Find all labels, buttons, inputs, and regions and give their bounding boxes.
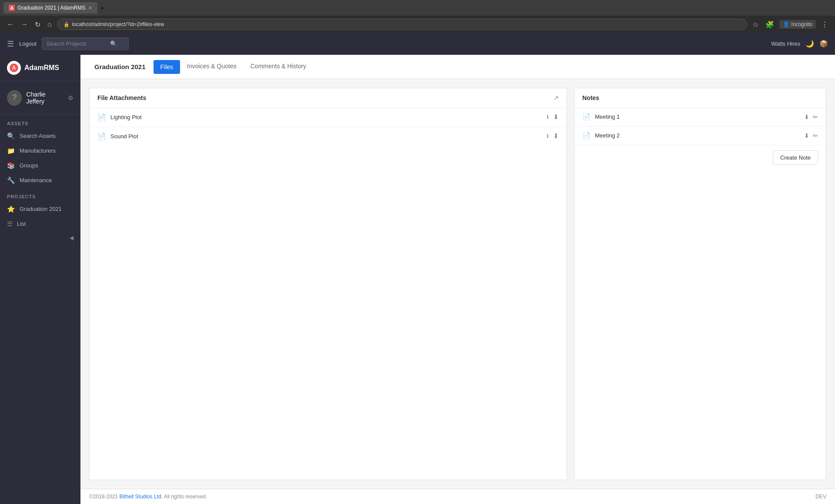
search-icon: 🔍	[110, 40, 117, 47]
tab-title: Graduation 2021 | AdamRMS	[17, 5, 86, 11]
sidebar-item-label: Graduation 2021	[20, 206, 62, 212]
create-note-button[interactable]: Create Note	[773, 150, 818, 165]
file-info-icon[interactable]: ℹ	[547, 114, 549, 120]
browser-tab[interactable]: A Graduation 2021 | AdamRMS ✕	[3, 2, 97, 13]
sidebar-item-label: Manufacturers	[20, 147, 56, 154]
note-row-meeting-1: 📄 Meeting 1 ⬇ ✏	[574, 108, 826, 127]
note-document-icon-2: 📄	[582, 132, 591, 140]
refresh-button[interactable]: ↻	[33, 19, 42, 30]
file-document-icon: 📄	[97, 113, 106, 121]
note-edit-button-1[interactable]: ✏	[813, 113, 818, 120]
tab-comments[interactable]: Comments & History	[244, 56, 313, 78]
note-name-meeting-1: Meeting 1	[595, 113, 800, 120]
forward-button[interactable]: →	[19, 19, 30, 30]
svg-text:A: A	[12, 65, 16, 71]
manufacturers-icon: 📁	[7, 147, 15, 155]
tab-favicon: A	[9, 5, 15, 11]
notes-panel-title: Notes	[582, 94, 599, 101]
note-download-button-2[interactable]: ⬇	[804, 132, 809, 139]
logout-button[interactable]: Logout	[19, 40, 37, 47]
footer-company-link[interactable]: Bithell Studios Ltd.	[120, 494, 163, 500]
file-panel-header: File Attachments ↗	[90, 88, 567, 108]
file-row-sound-plot: 📄 Sound Plot ℹ ⬇	[90, 127, 567, 146]
avatar: ?	[7, 90, 22, 106]
hamburger-menu-button[interactable]: ☰	[7, 39, 14, 49]
footer: ©2018-2021 Bithell Studios Ltd. All righ…	[80, 489, 835, 504]
main-content: Graduation 2021 Files Invoices & Quotes …	[80, 55, 835, 504]
menu-dots-button[interactable]: ⋮	[819, 19, 830, 30]
archive-button[interactable]: 📦	[819, 40, 828, 48]
nav-right: ☆ 🧩 👤 Incognito ⋮	[751, 19, 830, 30]
note-name-meeting-2: Meeting 2	[595, 132, 800, 139]
file-download-button-lighting[interactable]: ⬇	[553, 113, 559, 121]
note-actions-meeting-2: ⬇ ✏	[804, 132, 818, 139]
incognito-label: Incognito	[791, 21, 812, 27]
search-projects-input[interactable]	[47, 40, 107, 47]
collapse-sidebar-button[interactable]: ◀	[70, 235, 73, 241]
file-info-icon-2[interactable]: ℹ	[547, 133, 549, 139]
note-edit-button-2[interactable]: ✏	[813, 132, 818, 139]
sidebar-item-groups[interactable]: 📚 Groups	[0, 158, 80, 173]
groups-icon: 📚	[7, 162, 15, 170]
tab-files[interactable]: Files	[154, 60, 180, 74]
browser-nav: ← → ↻ ⌂ 🔒 localhost/admin/project/?id=2#…	[0, 16, 835, 33]
new-tab-button[interactable]: +	[101, 4, 104, 11]
bookmark-button[interactable]: ☆	[751, 19, 760, 30]
address-bar[interactable]: 🔒 localhost/admin/project/?id=2#files-vi…	[57, 19, 748, 30]
file-attachments-panel: File Attachments ↗ 📄 Lighting Plot ℹ ⬇ 📄…	[89, 88, 567, 480]
app-container: A AdamRMS ? Charlie Jeffery ⚙ ASSETS 🔍 S…	[0, 55, 835, 504]
sidebar-collapse: ◀	[0, 231, 80, 244]
url-text: localhost/admin/project/?id=2#files-view	[72, 21, 164, 27]
user-section: ? Charlie Jeffery ⚙	[0, 81, 80, 115]
lock-icon: 🔒	[63, 22, 70, 27]
profile-icon: 👤	[783, 21, 789, 27]
app-logo-text: AdamRMS	[24, 64, 59, 72]
tabs-bar: Graduation 2021 Files Invoices & Quotes …	[80, 55, 835, 79]
sidebar-item-label: Maintenance	[20, 177, 52, 184]
tab-invoices[interactable]: Invoices & Quotes	[180, 56, 244, 78]
file-name-lighting-plot: Lighting Plot	[110, 114, 542, 120]
file-row-lighting-plot: 📄 Lighting Plot ℹ ⬇	[90, 108, 567, 127]
logo-area: A AdamRMS	[0, 55, 80, 81]
project-title: Graduation 2021	[89, 63, 151, 70]
top-bar-right: Watts Hires 🌙 📦	[771, 40, 828, 48]
extension-button[interactable]: 🧩	[764, 19, 776, 30]
dark-mode-button[interactable]: 🌙	[805, 40, 814, 48]
file-panel-external-link-button[interactable]: ↗	[554, 94, 559, 101]
home-button[interactable]: ⌂	[46, 19, 53, 30]
list-icon: ☰	[7, 220, 13, 228]
create-note-area: Create Note	[574, 145, 826, 170]
file-panel-title: File Attachments	[97, 94, 146, 101]
file-document-icon-2: 📄	[97, 132, 106, 140]
company-name: Watts Hires	[771, 40, 800, 47]
note-actions-meeting-1: ⬇ ✏	[804, 113, 818, 120]
file-download-button-sound[interactable]: ⬇	[553, 132, 559, 140]
search-assets-icon: 🔍	[7, 132, 15, 140]
top-bar: ☰ Logout 🔍 Watts Hires 🌙 📦	[0, 33, 835, 55]
star-icon: ⭐	[7, 205, 15, 213]
maintenance-icon: 🔧	[7, 177, 15, 184]
sidebar-item-label: Groups	[20, 162, 38, 169]
file-name-sound-plot: Sound Plot	[110, 133, 542, 140]
user-settings-icon[interactable]: ⚙	[68, 94, 73, 101]
incognito-badge[interactable]: 👤 Incognito	[779, 20, 816, 29]
back-button[interactable]: ←	[5, 19, 16, 30]
tab-close-button[interactable]: ✕	[88, 5, 92, 11]
footer-dev-label: DEV	[815, 494, 826, 500]
sidebar-item-graduation-2021[interactable]: ⭐ Graduation 2021	[0, 202, 80, 217]
search-projects-container: 🔍	[42, 37, 129, 50]
footer-copyright: ©2018-2021 Bithell Studios Ltd. All righ…	[89, 494, 207, 500]
notes-panel: Notes 📄 Meeting 1 ⬇ ✏ 📄 Meeting 2	[574, 88, 826, 480]
sidebar-item-list[interactable]: ☰ List	[0, 217, 80, 231]
sidebar: A AdamRMS ? Charlie Jeffery ⚙ ASSETS 🔍 S…	[0, 55, 80, 504]
user-name: Charlie Jeffery	[26, 91, 63, 105]
note-row-meeting-2: 📄 Meeting 2 ⬇ ✏	[574, 127, 826, 145]
logo-icon: A	[7, 61, 21, 75]
assets-section-label: ASSETS	[0, 115, 80, 129]
sidebar-item-search-assets[interactable]: 🔍 Search Assets	[0, 129, 80, 144]
sidebar-item-manufacturers[interactable]: 📁 Manufacturers	[0, 144, 80, 158]
sidebar-item-label: List	[17, 220, 26, 227]
note-download-button-1[interactable]: ⬇	[804, 113, 809, 120]
notes-panel-header: Notes	[574, 88, 826, 108]
sidebar-item-maintenance[interactable]: 🔧 Maintenance	[0, 173, 80, 188]
